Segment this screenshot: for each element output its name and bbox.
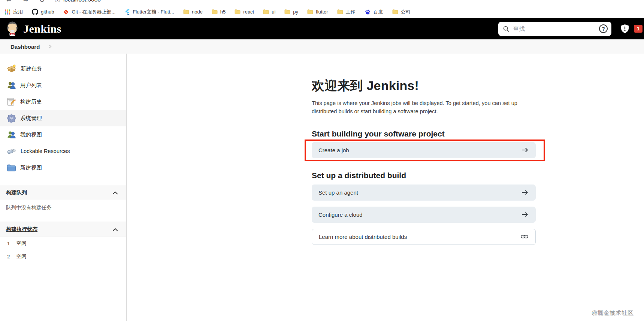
jenkins-mascot-icon bbox=[5, 21, 19, 37]
folder-icon bbox=[392, 9, 398, 15]
bookmark-item[interactable]: ui bbox=[263, 9, 275, 15]
apps-grid-icon bbox=[4, 9, 10, 15]
sidebar-item-label: 系统管理 bbox=[20, 115, 42, 122]
sidebar: 新建任务 用户列表 bbox=[0, 54, 127, 321]
sidebar-item-label: 用户列表 bbox=[20, 82, 42, 89]
section-title-distributed-build: Set up a distributed build bbox=[312, 171, 540, 180]
url-field[interactable]: ⓘ localhost:5080 bbox=[55, 0, 101, 3]
folder-icon bbox=[284, 9, 290, 15]
build-queue-title: 构建队列 bbox=[6, 189, 27, 196]
create-job-label: Create a job bbox=[318, 147, 349, 153]
bookmark-item[interactable]: h5 bbox=[212, 9, 226, 15]
sidebar-item-my-views[interactable]: 我的视图 bbox=[0, 126, 126, 143]
welcome-title: 欢迎来到 Jenkins! bbox=[312, 77, 540, 94]
sidebar-nav: 新建任务 用户列表 bbox=[0, 54, 126, 176]
main-area: 欢迎来到 Jenkins! This page is where your Je… bbox=[127, 54, 644, 321]
folder-icon bbox=[183, 9, 189, 15]
url-text: localhost:5080 bbox=[63, 0, 101, 3]
info-icon: ⓘ bbox=[55, 0, 60, 3]
setup-agent-label: Set up an agent bbox=[318, 189, 358, 196]
bookmark-item[interactable]: 百度 bbox=[365, 9, 383, 15]
bookmark-label: 应用 bbox=[13, 9, 23, 15]
bookmark-item[interactable]: github bbox=[32, 9, 54, 15]
bookmark-label: py bbox=[293, 9, 298, 15]
new-item-icon bbox=[7, 64, 16, 73]
build-queue-empty: 队列中没有构建任务 bbox=[0, 200, 126, 215]
folder-icon bbox=[263, 9, 269, 15]
executor-status-header[interactable]: 构建执行状态 bbox=[0, 222, 126, 237]
chevron-up-icon bbox=[112, 191, 118, 195]
sidebar-item-new-view[interactable]: 新建视图 bbox=[0, 159, 126, 176]
bookmark-label: 百度 bbox=[374, 9, 383, 15]
bookmark-label: ui bbox=[272, 9, 275, 15]
screen: ← → ↻ ⓘ localhost:5080 应用 github bbox=[0, 0, 644, 321]
content: 新建任务 用户列表 bbox=[0, 54, 644, 321]
bookmark-item[interactable]: 公司 bbox=[392, 9, 411, 15]
address-bar: ← → ↻ ⓘ localhost:5080 bbox=[0, 0, 644, 6]
sidebar-item-build-history[interactable]: 构建历史 bbox=[0, 93, 126, 110]
sidebar-item-new-job[interactable]: 新建任务 bbox=[0, 60, 126, 77]
jenkins-home-link[interactable]: Jenkins bbox=[5, 21, 61, 37]
learn-more-label: Learn more about distributed builds bbox=[319, 234, 407, 240]
gear-icon bbox=[7, 114, 16, 123]
breadcrumb-dashboard[interactable]: Dashboard bbox=[10, 44, 40, 50]
bookmark-item[interactable]: node bbox=[183, 9, 203, 15]
bookmark-item[interactable]: py bbox=[284, 9, 298, 15]
flutter-icon bbox=[124, 9, 130, 15]
bookmark-item[interactable]: Flutter文档 - Flutt... bbox=[124, 9, 174, 15]
section-title-start-building: Start building your software project bbox=[312, 129, 540, 138]
bookmark-item[interactable]: 工作 bbox=[337, 9, 356, 15]
executor-number: 1 bbox=[7, 241, 10, 246]
sidebar-item-label: Lockable Resources bbox=[21, 148, 70, 154]
user-list-icon bbox=[7, 81, 16, 90]
bookmark-item[interactable]: react bbox=[235, 9, 254, 15]
folder-icon bbox=[212, 9, 218, 15]
search-icon bbox=[503, 26, 510, 32]
search-input[interactable] bbox=[513, 26, 599, 32]
blue-folder-icon bbox=[7, 164, 16, 172]
jenkins-header: Jenkins ? 1 bbox=[0, 18, 644, 39]
git-icon bbox=[63, 9, 69, 15]
arrow-right-icon bbox=[521, 212, 529, 218]
sidebar-item-label: 我的视图 bbox=[20, 131, 42, 138]
link-icon bbox=[521, 234, 528, 239]
sidebar-item-user-list[interactable]: 用户列表 bbox=[0, 77, 126, 93]
reload-icon[interactable]: ↻ bbox=[39, 0, 45, 4]
bookmark-item[interactable]: Git - 在服务器上部... bbox=[63, 9, 115, 15]
setup-agent-button[interactable]: Set up an agent bbox=[312, 184, 536, 201]
sidebar-item-manage-jenkins[interactable]: 系统管理 bbox=[0, 110, 126, 126]
folder-icon bbox=[235, 9, 241, 15]
configure-cloud-button[interactable]: Configure a cloud bbox=[312, 207, 536, 223]
arrow-right-icon bbox=[521, 147, 529, 153]
usb-icon bbox=[7, 147, 16, 155]
learn-more-distributed-builds-button[interactable]: Learn more about distributed builds bbox=[312, 229, 536, 245]
bookmark-label: Flutter文档 - Flutt... bbox=[133, 9, 174, 15]
back-icon[interactable]: ← bbox=[5, 0, 12, 4]
executor-status-title: 构建执行状态 bbox=[6, 226, 37, 233]
executor-number: 2 bbox=[7, 254, 10, 260]
bookmarks-bar: 应用 github Git - 在服务器上部... Flutter文档 - Fl… bbox=[0, 6, 644, 18]
executor-status: 空闲 bbox=[16, 240, 27, 247]
create-job-button[interactable]: Create a job bbox=[312, 142, 536, 158]
breadcrumb: Dashboard bbox=[0, 39, 644, 54]
sidebar-item-label: 新建任务 bbox=[21, 65, 42, 72]
help-icon[interactable]: ? bbox=[599, 24, 608, 33]
sidebar-item-label: 新建视图 bbox=[20, 164, 42, 171]
bookmark-label: 公司 bbox=[401, 9, 411, 15]
my-views-icon bbox=[7, 130, 16, 139]
bookmark-item[interactable]: flutter bbox=[307, 9, 328, 15]
folder-icon bbox=[307, 9, 313, 15]
executor-status: 空闲 bbox=[16, 253, 27, 260]
welcome-text: This page is where your Jenkins jobs wil… bbox=[312, 99, 537, 116]
bookmark-label: node bbox=[192, 9, 203, 15]
security-shield-icon[interactable] bbox=[620, 24, 629, 34]
search-box[interactable]: ? bbox=[498, 22, 611, 36]
build-queue-header[interactable]: 构建队列 bbox=[0, 185, 126, 200]
sidebar-item-lockable-resources[interactable]: Lockable Resources bbox=[0, 143, 126, 159]
bookmark-label: react bbox=[243, 9, 254, 15]
folder-icon bbox=[337, 9, 343, 15]
notification-badge[interactable]: 1 bbox=[634, 25, 643, 33]
bookmark-item[interactable]: 应用 bbox=[4, 9, 23, 15]
forward-icon[interactable]: → bbox=[22, 0, 29, 4]
baidu-icon bbox=[365, 9, 371, 15]
